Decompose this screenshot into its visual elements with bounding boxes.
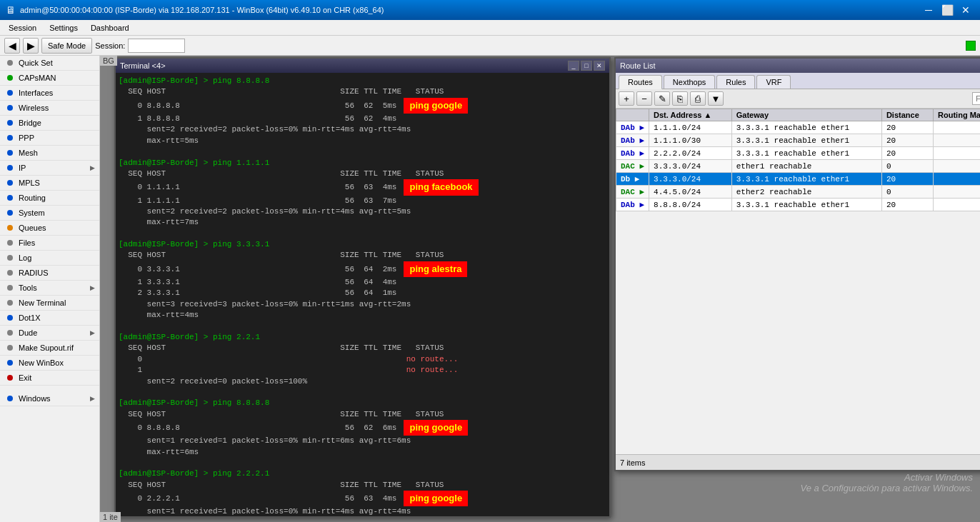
table-row[interactable]: DAb ▶ 1.1.1.0/24 3.3.3.1 reachable ether… — [616, 121, 981, 134]
watermark-line1: Activar Windows — [801, 472, 973, 483]
route-window: Route List _ □ ✕ Routes Nexthops Rules V… — [614, 57, 980, 471]
sidebar-label-makesupout: Make Supout.rif — [19, 343, 74, 352]
sidebar-item-dude[interactable]: Dude ▶ — [0, 326, 99, 341]
sidebar-item-log[interactable]: Log — [0, 251, 99, 266]
route-table-container[interactable]: Dst. Address ▲ Gateway Distance Routing … — [616, 109, 980, 456]
close-button[interactable]: ✕ — [957, 4, 974, 16]
menu-settings[interactable]: Settings — [44, 22, 84, 34]
forward-button[interactable]: ▶ — [23, 38, 39, 54]
back-button[interactable]: ◀ — [4, 38, 20, 54]
cell-distance: 20 — [881, 134, 933, 147]
sidebar-item-newterminal[interactable]: New Terminal — [0, 296, 99, 311]
tab-routes[interactable]: Routes — [619, 75, 662, 89]
table-row[interactable]: DAC ▶ 4.4.5.0/24 ether2 reachable 0 4.4.… — [616, 186, 981, 199]
table-row[interactable]: DAb ▶ 1.1.1.0/30 3.3.3.1 reachable ether… — [616, 134, 981, 147]
windows-icon — [4, 393, 16, 403]
menu-dashboard[interactable]: Dashboard — [85, 22, 135, 34]
col-dst[interactable]: Dst. Address ▲ — [649, 109, 732, 121]
sidebar-item-radius[interactable]: RADIUS — [0, 266, 99, 281]
col-mark[interactable]: Routing Mark — [934, 109, 980, 121]
cell-distance: 20 — [881, 199, 933, 211]
cell-gateway: 3.3.3.1 reachable ether1 — [731, 173, 881, 186]
sidebar-item-queues[interactable]: Queues — [0, 221, 99, 236]
menu-session[interactable]: Session — [3, 22, 42, 34]
sidebar-item-interfaces[interactable]: Interfaces — [0, 86, 99, 101]
sidebar-item-files[interactable]: Files — [0, 236, 99, 251]
col-gateway[interactable]: Gateway — [731, 109, 881, 121]
wireless-icon — [4, 103, 16, 113]
watermark-line2: Ve a Configuración para activar Windows. — [801, 483, 973, 493]
paste-route-button[interactable]: ⎙ — [690, 91, 706, 106]
filter-route-button[interactable]: ▼ — [708, 91, 724, 106]
sidebar-item-windows[interactable]: Windows ▶ — [0, 391, 99, 406]
sidebar-item-bridge[interactable]: Bridge — [0, 116, 99, 131]
sidebar-item-exit[interactable]: Exit — [0, 371, 99, 386]
ip-icon — [4, 163, 16, 173]
sidebar-item-system[interactable]: System — [0, 206, 99, 221]
table-row[interactable]: DAC ▶ 3.3.3.0/24 ether1 reachable 0 3.3.… — [616, 160, 981, 173]
sidebar-item-makesupout[interactable]: Make Supout.rif — [0, 341, 99, 356]
cell-gateway: ether2 reachable — [731, 186, 881, 199]
tab-vrf[interactable]: VRF — [756, 75, 791, 89]
sidebar-item-dot1x[interactable]: Dot1X — [0, 311, 99, 326]
sidebar-item-tools[interactable]: Tools ▶ — [0, 281, 99, 296]
sidebar-label-capsman: CAPsMAN — [19, 74, 56, 82]
log-icon — [4, 253, 16, 263]
safemode-button[interactable]: Safe Mode — [41, 38, 92, 54]
remove-route-button[interactable]: − — [636, 91, 652, 106]
col-distance[interactable]: Distance — [881, 109, 933, 121]
sidebar-label-dude: Dude — [19, 328, 37, 337]
sidebar-item-mesh[interactable]: Mesh — [0, 146, 99, 161]
route-footer: 7 items — [616, 454, 980, 470]
col-flag[interactable] — [616, 109, 649, 121]
restore-button[interactable]: ⬜ — [939, 4, 956, 16]
cell-flag: DAb ▶ — [616, 121, 649, 134]
route-window-title: Route List _ □ ✕ — [616, 59, 980, 73]
tools-arrow: ▶ — [90, 284, 95, 291]
table-row[interactable]: DAb ▶ 2.2.2.0/24 3.3.3.1 reachable ether… — [616, 147, 981, 160]
sidebar-label-exit: Exit — [19, 373, 31, 382]
tab-rules[interactable]: Rules — [716, 75, 755, 89]
ppp-icon — [4, 133, 16, 143]
route-search-input[interactable] — [972, 92, 980, 105]
sidebar-item-ip[interactable]: IP ▶ — [0, 161, 99, 176]
sidebar-item-routing[interactable]: Routing — [0, 191, 99, 206]
sidebar-item-mpls[interactable]: MPLS — [0, 176, 99, 191]
cell-gateway: 3.3.3.1 reachable ether1 — [731, 121, 881, 134]
copy-route-button[interactable]: ⎘ — [672, 91, 688, 106]
ping-label-2: ping facebook — [404, 179, 478, 195]
cell-mark — [934, 160, 980, 173]
table-header: Dst. Address ▲ Gateway Distance Routing … — [616, 109, 981, 121]
terminal-minimize[interactable]: _ — [568, 61, 579, 71]
table-row[interactable]: Db ▶ 3.3.3.0/24 3.3.3.1 reachable ether1… — [616, 173, 981, 186]
add-route-button[interactable]: + — [619, 91, 634, 106]
exit-icon — [4, 373, 16, 383]
sidebar-label-newterminal: New Terminal — [19, 298, 66, 307]
sidebar-label-mesh: Mesh — [19, 149, 38, 157]
sidebar-item-quickset[interactable]: Quick Set — [0, 56, 99, 71]
sidebar-item-capsman[interactable]: CAPsMAN — [0, 71, 99, 86]
sidebar-label-quickset: Quick Set — [19, 59, 53, 67]
terminal-content[interactable]: [admin@ISP-Borde] > ping 8.8.8.8 SEQ HOS… — [116, 73, 609, 516]
route-toolbar: + − ✎ ⎘ ⎙ ▼ all — [616, 89, 980, 109]
interfaces-icon — [4, 88, 16, 98]
sidebar-item-newwinbox[interactable]: New WinBox — [0, 356, 99, 371]
sidebar-item-ppp[interactable]: PPP — [0, 131, 99, 146]
tab-nexthops[interactable]: Nexthops — [664, 75, 715, 89]
cell-flag: DAC ▶ — [616, 160, 649, 173]
sidebar-label-files: Files — [19, 239, 35, 247]
minimize-button[interactable]: ─ — [920, 4, 937, 16]
table-row[interactable]: DAb ▶ 8.8.8.0/24 3.3.3.1 reachable ether… — [616, 199, 981, 211]
edit-route-button[interactable]: ✎ — [654, 91, 670, 106]
terminal-close[interactable]: ✕ — [594, 61, 605, 71]
bg-label: BG — [100, 56, 117, 66]
cell-mark — [934, 186, 980, 199]
cell-distance: 20 — [881, 121, 933, 134]
app-icon: 🖥 — [6, 4, 16, 16]
session-input[interactable] — [128, 39, 185, 53]
session-label: Session: — [95, 41, 125, 50]
ping-label-4: ping google — [404, 420, 468, 436]
terminal-maximize[interactable]: □ — [581, 61, 592, 71]
sidebar-item-wireless[interactable]: Wireless — [0, 101, 99, 116]
cell-gateway: 3.3.3.1 reachable ether1 — [731, 147, 881, 160]
